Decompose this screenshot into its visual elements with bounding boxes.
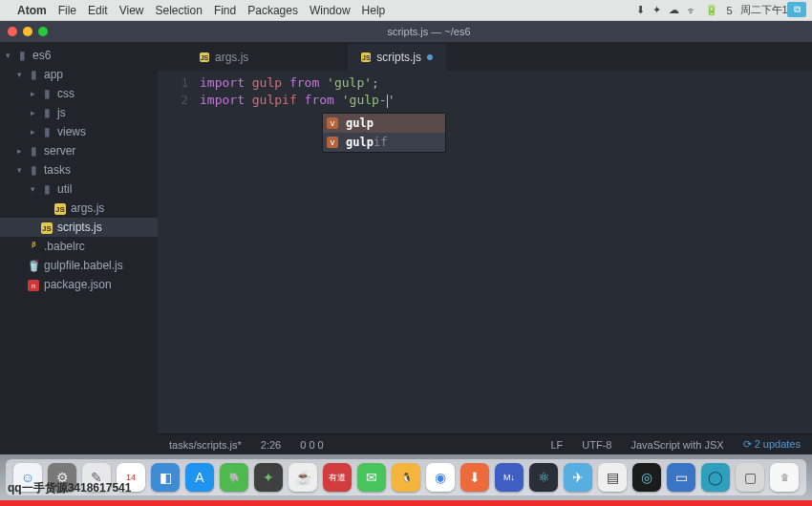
tree-args-js[interactable]: JSargs.js — [0, 199, 158, 218]
status-eol[interactable]: LF — [546, 439, 566, 451]
line-number: 1 — [158, 74, 188, 92]
tree-scripts-js[interactable]: JSscripts.js — [0, 218, 158, 237]
menubar-right: ⬇ ✦ ☁ ᯤ 🔋 5 周二下午1:34 — [636, 3, 802, 17]
tree-js[interactable]: ▸▮js — [0, 103, 158, 122]
tree-util[interactable]: ▾▮util — [0, 179, 158, 199]
tree-server[interactable]: ▸▮server — [0, 141, 158, 160]
js-icon: JS — [361, 53, 371, 62]
dock-app-22[interactable]: 🗑 — [770, 463, 799, 492]
close-button[interactable] — [8, 27, 17, 36]
folder-icon: ▮ — [40, 87, 53, 100]
folder-icon: ▮ — [15, 49, 29, 62]
tree-package-json[interactable]: npackage.json — [0, 275, 158, 294]
status-download-icon[interactable]: ⬇ — [636, 4, 645, 16]
tree-root[interactable]: ▾▮es6 — [0, 46, 158, 65]
dock-app-7[interactable]: ✦ — [254, 463, 283, 492]
tree-gulpfile[interactable]: 🥤gulpfile.babel.js — [0, 256, 158, 275]
tab-scripts-js[interactable]: JSscripts.js — [348, 44, 446, 71]
dock-app-11[interactable]: 🐧 — [392, 463, 420, 492]
tree-label: css — [57, 87, 75, 100]
tree-label: gulpfile.babel.js — [44, 259, 123, 272]
status-updates[interactable]: ⟳ 2 updates — [739, 438, 804, 451]
file-tree[interactable]: ▾▮es6 ▾▮app ▸▮css ▸▮js ▸▮views ▸▮server … — [0, 42, 158, 454]
menu-file[interactable]: File — [58, 4, 76, 17]
status-cloud-icon[interactable]: ☁ — [669, 4, 679, 16]
autocomplete-popup[interactable]: vgulp vgulpif — [322, 113, 446, 153]
dock-app-20[interactable]: ◯ — [701, 463, 730, 492]
tree-app[interactable]: ▾▮app — [0, 65, 158, 84]
status-cursor-pos[interactable]: 2:26 — [257, 439, 285, 451]
kind-icon: v — [327, 137, 338, 148]
tree-tasks[interactable]: ▾▮tasks — [0, 160, 158, 179]
window-title: scripts.js — ~/es6 — [53, 26, 804, 37]
app-name[interactable]: Atom — [17, 4, 47, 17]
dock-app-8[interactable]: ☕ — [288, 463, 317, 492]
status-bar: tasks/scripts.js* 2:26 0 0 0 LF UTF-8 Ja… — [158, 433, 812, 454]
tree-label: views — [57, 125, 86, 138]
dock-app-16[interactable]: ✈ — [564, 463, 592, 492]
zoom-button[interactable] — [38, 27, 48, 36]
menu-help[interactable]: Help — [362, 4, 386, 17]
dock-app-14[interactable]: M↓ — [495, 463, 524, 492]
status-battery-icon[interactable]: 🔋 — [705, 4, 718, 16]
tree-views[interactable]: ▸▮views — [0, 122, 158, 141]
screenshare-icon[interactable]: ⧉ — [787, 2, 806, 17]
dock-app-13[interactable]: ⬇ — [460, 463, 489, 492]
menu-edit[interactable]: Edit — [88, 4, 108, 17]
tree-label: .babelrc — [44, 240, 85, 253]
menu-view[interactable]: View — [119, 4, 144, 17]
folder-icon: ▮ — [40, 106, 53, 119]
tree-label: tasks — [44, 163, 71, 177]
folder-icon: ▮ — [40, 125, 53, 138]
status-flag-icon[interactable]: 5 — [726, 5, 732, 16]
js-icon: JS — [54, 203, 66, 215]
autocomplete-item[interactable]: vgulp — [323, 114, 445, 133]
dock-app-9[interactable]: 有道 — [323, 463, 352, 492]
folder-icon: ▮ — [27, 144, 40, 158]
atom-window: scripts.js — ~/es6 ▾▮es6 ▾▮app ▸▮css ▸▮j… — [0, 21, 812, 454]
dock-area: ☺⚙✎14◧A🐘✦☕有道✉🐧◉⬇M↓⚛✈▤◎▭◯▢🗑 qq一手货源3418617… — [0, 454, 812, 500]
code-content[interactable]: import gulp from 'gulp'; import gulpif f… — [200, 74, 812, 433]
tree-babelrc[interactable]: ᵝ.babelrc — [0, 237, 158, 256]
modified-dot-icon — [427, 54, 433, 60]
window-titlebar[interactable]: scripts.js — ~/es6 — [0, 21, 812, 42]
status-language[interactable]: JavaScript with JSX — [627, 439, 727, 451]
menu-window[interactable]: Window — [310, 4, 351, 17]
code-editor[interactable]: 1 2 import gulp from 'gulp'; import gulp… — [158, 71, 812, 433]
dock-app-19[interactable]: ▭ — [667, 463, 695, 492]
autocomplete-item[interactable]: vgulpif — [323, 133, 445, 152]
folder-icon: ▮ — [27, 163, 40, 177]
status-file[interactable]: tasks/scripts.js* — [165, 439, 246, 451]
tab-args-js[interactable]: JSargs.js — [186, 44, 262, 71]
line-number: 2 — [158, 92, 188, 109]
tree-label: args.js — [71, 201, 104, 215]
dock-app-15[interactable]: ⚛ — [529, 463, 558, 492]
folder-icon: ▮ — [27, 68, 40, 81]
dock-app-21[interactable]: ▢ — [736, 463, 764, 492]
status-selection[interactable]: 0 0 0 — [296, 439, 327, 451]
js-icon: JS — [200, 53, 209, 62]
status-evernote-icon[interactable]: ✦ — [652, 4, 661, 16]
kind-icon: v — [327, 117, 338, 129]
tab-bar: JSargs.js JSscripts.js — [158, 42, 812, 71]
tree-css[interactable]: ▸▮css — [0, 84, 158, 103]
dock-app-4[interactable]: ◧ — [151, 463, 180, 492]
menu-packages[interactable]: Packages — [247, 4, 298, 17]
dock-app-6[interactable]: 🐘 — [220, 463, 248, 492]
dock-app-5[interactable]: A — [185, 463, 214, 492]
tab-label: args.js — [215, 51, 248, 64]
tree-label: scripts.js — [57, 221, 102, 234]
tree-label: js — [57, 106, 66, 119]
dock-app-18[interactable]: ◎ — [632, 463, 661, 492]
dock-app-12[interactable]: ◉ — [426, 463, 455, 492]
editor-area: JSargs.js JSscripts.js 1 2 import gulp f… — [158, 42, 812, 454]
status-wifi-icon[interactable]: ᯤ — [687, 5, 697, 16]
status-encoding[interactable]: UTF-8 — [578, 439, 615, 451]
tree-label: package.json — [44, 278, 112, 291]
menu-selection[interactable]: Selection — [156, 4, 203, 17]
menu-find[interactable]: Find — [214, 4, 236, 17]
dock-app-17[interactable]: ▤ — [598, 463, 627, 492]
dock-app-10[interactable]: ✉ — [357, 463, 386, 492]
minimize-button[interactable] — [23, 27, 32, 36]
npm-icon: n — [28, 280, 39, 291]
